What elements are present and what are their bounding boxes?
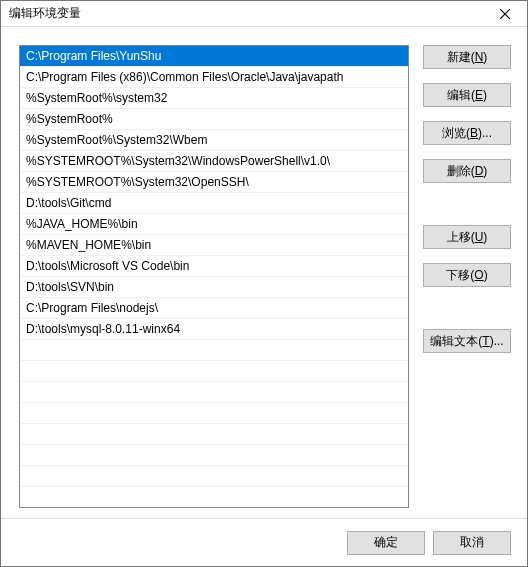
list-item[interactable]: %SystemRoot%\System32\Wbem: [20, 130, 408, 151]
list-item[interactable]: [20, 445, 408, 466]
move-down-button[interactable]: 下移(O): [423, 263, 511, 287]
new-button[interactable]: 新建(N): [423, 45, 511, 69]
list-item[interactable]: [20, 382, 408, 403]
list-item[interactable]: C:\Program Files\YunShu: [20, 46, 408, 67]
list-item[interactable]: D:\tools\SVN\bin: [20, 277, 408, 298]
list-item[interactable]: %SYSTEMROOT%\System32\WindowsPowerShell\…: [20, 151, 408, 172]
list-item[interactable]: C:\Program Files\nodejs\: [20, 298, 408, 319]
side-button-column: 新建(N) 编辑(E) 浏览(B)... 删除(D) 上移(U) 下移(O) 编…: [423, 45, 511, 508]
edit-text-button[interactable]: 编辑文本(T)...: [423, 329, 511, 353]
spacer: [423, 301, 511, 315]
list-item[interactable]: %SYSTEMROOT%\System32\OpenSSH\: [20, 172, 408, 193]
content-area: C:\Program Files\YunShuC:\Program Files …: [1, 27, 527, 518]
cancel-button[interactable]: 取消: [433, 531, 511, 555]
list-item[interactable]: [20, 424, 408, 445]
delete-button[interactable]: 删除(D): [423, 159, 511, 183]
spacer: [423, 197, 511, 211]
list-item[interactable]: D:\tools\mysql-8.0.11-winx64: [20, 319, 408, 340]
title-bar: 编辑环境变量: [1, 1, 527, 27]
list-item[interactable]: [20, 466, 408, 487]
move-up-button[interactable]: 上移(U): [423, 225, 511, 249]
close-button[interactable]: [485, 2, 525, 26]
list-item[interactable]: %SystemRoot%\system32: [20, 88, 408, 109]
ok-button[interactable]: 确定: [347, 531, 425, 555]
list-item[interactable]: [20, 403, 408, 424]
path-list[interactable]: C:\Program Files\YunShuC:\Program Files …: [19, 45, 409, 508]
list-item[interactable]: D:\tools\Git\cmd: [20, 193, 408, 214]
list-item[interactable]: %MAVEN_HOME%\bin: [20, 235, 408, 256]
list-item[interactable]: %SystemRoot%: [20, 109, 408, 130]
list-item[interactable]: D:\tools\Microsoft VS Code\bin: [20, 256, 408, 277]
close-icon: [500, 9, 510, 19]
list-item[interactable]: C:\Program Files (x86)\Common Files\Orac…: [20, 67, 408, 88]
dialog-window: 编辑环境变量 C:\Program Files\YunShuC:\Program…: [0, 0, 528, 567]
edit-button[interactable]: 编辑(E): [423, 83, 511, 107]
bottom-bar: 确定 取消: [1, 518, 527, 566]
list-item[interactable]: [20, 361, 408, 382]
browse-button[interactable]: 浏览(B)...: [423, 121, 511, 145]
list-item[interactable]: %JAVA_HOME%\bin: [20, 214, 408, 235]
window-title: 编辑环境变量: [9, 5, 81, 22]
list-item[interactable]: [20, 340, 408, 361]
